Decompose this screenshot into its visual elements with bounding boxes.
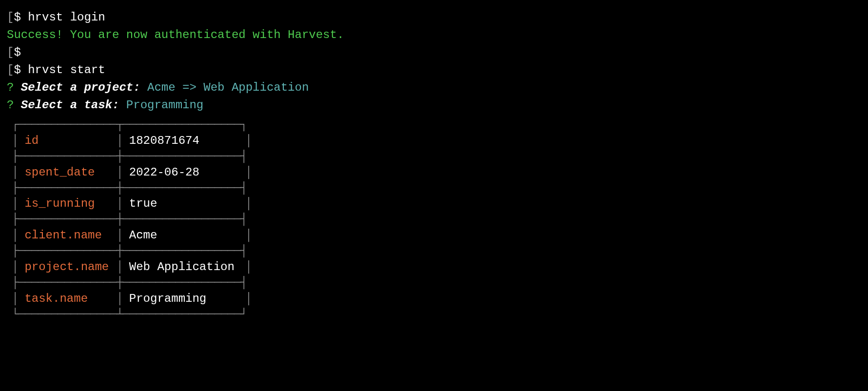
table-row: │task.name│Programming│ xyxy=(12,290,861,308)
login-command: hrvst login xyxy=(28,11,105,24)
question-mark-icon: ? xyxy=(7,98,14,112)
select-project-line: ? Select a project: Acme => Web Applicat… xyxy=(7,79,861,97)
table-value: Programming xyxy=(123,290,245,308)
terminal-line-start: [$ hrvst start xyxy=(7,61,861,79)
select-project-label: Select a project: xyxy=(14,81,147,94)
question-mark-icon: ? xyxy=(7,81,14,94)
table-key: task.name xyxy=(19,290,116,308)
select-task-value: Programming xyxy=(126,98,203,112)
success-message: Success! You are now authenticated with … xyxy=(7,26,861,44)
table-key: spent_date xyxy=(19,164,116,181)
table-row: │is_running│true│ xyxy=(12,195,861,213)
table-value: Web Application xyxy=(123,258,245,276)
table-value: 2022-06-28 xyxy=(123,164,245,181)
table-key: client.name xyxy=(19,227,116,244)
prompt-symbol: $ xyxy=(14,11,28,24)
prompt-symbol: $ xyxy=(14,63,28,77)
output-table: ┌───────────────┬──────────────────┐ │id… xyxy=(12,118,861,322)
table-value: true xyxy=(123,195,245,213)
select-project-value: Acme => Web Application xyxy=(147,81,309,94)
prompt-bracket: [ xyxy=(7,11,14,24)
table-row: │spent_date│2022-06-28│ xyxy=(12,164,861,181)
terminal-line-empty: [$ xyxy=(7,44,861,61)
select-task-label: Select a task: xyxy=(14,98,126,112)
prompt-bracket: [ xyxy=(7,46,14,59)
select-task-line: ? Select a task: Programming xyxy=(7,97,861,114)
table-border-mid: ├───────────────┼──────────────────┤ xyxy=(12,213,861,227)
table-border-mid: ├───────────────┼──────────────────┤ xyxy=(12,181,861,196)
table-value: 1820871674 xyxy=(123,132,245,150)
table-border-mid: ├───────────────┼──────────────────┤ xyxy=(12,244,861,258)
table-key: id xyxy=(19,132,116,150)
table-key: project.name xyxy=(19,258,116,276)
terminal-line-login: [$ hrvst login xyxy=(7,9,861,26)
table-border-bottom: └───────────────┴──────────────────┘ xyxy=(12,308,861,322)
table-row: │client.name│Acme│ xyxy=(12,227,861,244)
table-key: is_running xyxy=(19,195,116,213)
start-command: hrvst start xyxy=(28,63,105,77)
table-border-mid: ├───────────────┼──────────────────┤ xyxy=(12,276,861,290)
table-row: │id│1820871674│ xyxy=(12,132,861,150)
table-row: │project.name│Web Application│ xyxy=(12,258,861,276)
prompt-symbol: $ xyxy=(14,46,28,59)
prompt-bracket: [ xyxy=(7,63,14,77)
table-border-top: ┌───────────────┬──────────────────┐ xyxy=(12,118,861,132)
table-border-mid: ├───────────────┼──────────────────┤ xyxy=(12,150,861,164)
table-value: Acme xyxy=(123,227,245,244)
